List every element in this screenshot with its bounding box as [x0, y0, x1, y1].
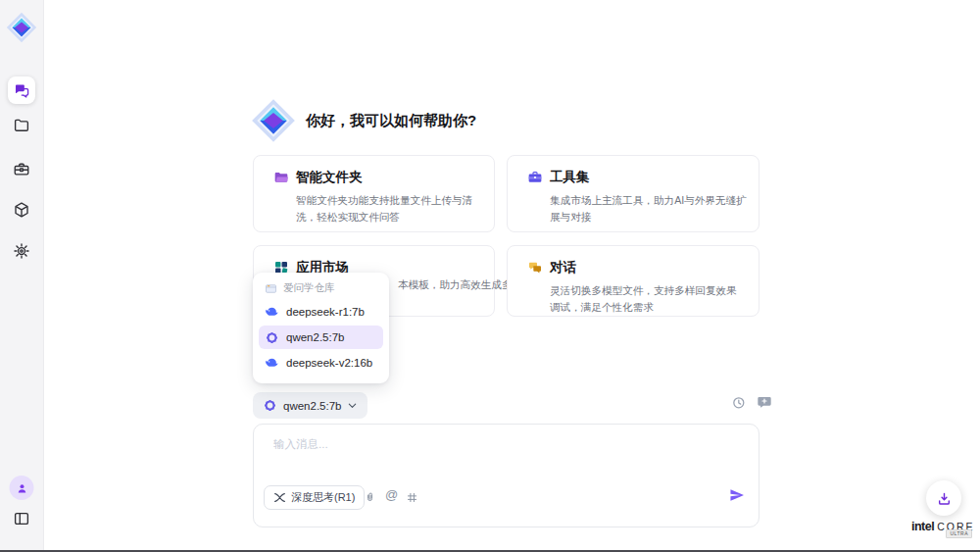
- chevron-down-icon: [347, 400, 358, 411]
- model-selector-label: qwen2.5:7b: [283, 400, 341, 412]
- model-group-header: 爱问学仓库: [259, 278, 383, 298]
- sidebar: [0, 0, 44, 552]
- greeting-text: 你好，我可以如何帮助你?: [306, 112, 476, 130]
- hash-grid-icon: [406, 491, 418, 504]
- card-description-partial: 本模板，助力高效生成多: [398, 278, 513, 292]
- deep-think-toggle[interactable]: 深度思考(R1): [264, 485, 365, 510]
- briefcase-icon: [13, 161, 30, 178]
- deep-think-label: 深度思考(R1): [291, 490, 355, 505]
- model-selector-button[interactable]: qwen2.5:7b: [253, 392, 368, 419]
- card-conversation[interactable]: 对话 灵活切换多模型文件，支持多样回复效果调试，满足个性化需求: [507, 245, 760, 317]
- deepseek-icon: [265, 356, 279, 371]
- download-icon: [936, 490, 953, 507]
- sidebar-toggle[interactable]: [13, 510, 30, 527]
- repo-icon: [265, 282, 277, 295]
- attach-button[interactable]: [364, 491, 376, 504]
- qwen-icon: [263, 398, 277, 413]
- sidebar-item-folders[interactable]: [13, 117, 30, 134]
- model-dropdown: 爱问学仓库 deepseek-r1:7b qwen2.5:7b: [253, 273, 389, 383]
- assistant-logo-icon: [251, 98, 296, 143]
- card-description: 灵活切换多模型文件，支持多样回复效果调试，满足个性化需求: [550, 282, 747, 316]
- card-description: 智能文件夹功能支持批量文件上传与清洗，轻松实现文件问答: [296, 192, 482, 226]
- panel-toggle-icon: [13, 510, 30, 527]
- user-avatar[interactable]: [10, 476, 34, 500]
- history-button[interactable]: [731, 395, 746, 410]
- toolbox-icon: [527, 170, 543, 185]
- intel-core-badge: intelcore ULTRA: [911, 517, 972, 534]
- sidebar-item-chat[interactable]: [8, 76, 35, 104]
- sidebar-item-toolbox[interactable]: [13, 161, 30, 178]
- folder-purple-icon: [273, 170, 289, 185]
- paperclip-icon: [364, 491, 376, 504]
- chat-icon: [14, 82, 30, 99]
- card-description: 集成市场上主流工具，助力AI与外界无缝扩展与对接: [550, 192, 747, 226]
- qwen-icon: [265, 330, 279, 345]
- model-option-label: deepseek-r1:7b: [286, 306, 365, 318]
- card-title: 对话: [550, 259, 576, 276]
- card-smart-folder[interactable]: 智能文件夹 智能文件夹功能支持批量文件上传与清洗，轻松实现文件问答: [253, 155, 495, 232]
- mention-button[interactable]: @: [385, 487, 398, 502]
- card-title: 工具集: [550, 169, 590, 186]
- history-icon: [731, 395, 746, 410]
- person-icon: [15, 481, 28, 495]
- message-input[interactable]: [273, 437, 734, 478]
- prompt-grid-button[interactable]: [406, 491, 418, 504]
- new-chat-button[interactable]: [757, 394, 772, 410]
- chat-plus-icon: [757, 394, 772, 410]
- send-icon: [729, 487, 745, 503]
- model-option-qwen[interactable]: qwen2.5:7b: [259, 326, 383, 349]
- cube-icon: [13, 201, 30, 219]
- card-toolset[interactable]: 工具集 集成市场上主流工具，助力AI与外界无缝扩展与对接: [507, 155, 760, 232]
- download-button[interactable]: [926, 480, 961, 516]
- app-logo-icon: [6, 12, 37, 43]
- deepseek-icon: [265, 305, 279, 320]
- app-window: 你好，我可以如何帮助你? 智能文件夹 智能文件夹功能支持批量文件上传与清洗，轻松…: [0, 0, 980, 552]
- ultra-badge: ULTRA: [946, 529, 972, 538]
- send-button[interactable]: [729, 487, 745, 503]
- sidebar-item-settings[interactable]: [13, 242, 30, 260]
- intel-logo-text: intel: [911, 520, 934, 533]
- message-composer: 深度思考(R1) @: [253, 424, 760, 527]
- deep-think-icon: [273, 492, 286, 503]
- chat-gold-icon: [527, 260, 543, 276]
- sidebar-item-models[interactable]: [13, 201, 30, 219]
- model-option-label: deepseek-v2:16b: [286, 357, 372, 369]
- gear-icon: [13, 242, 30, 260]
- model-option-label: qwen2.5:7b: [286, 331, 344, 343]
- model-option-deepseek-v2[interactable]: deepseek-v2:16b: [259, 351, 383, 375]
- folder-icon: [13, 117, 30, 134]
- model-group-label: 爱问学仓库: [283, 281, 335, 295]
- model-option-deepseek-r1[interactable]: deepseek-r1:7b: [259, 300, 383, 324]
- at-icon: @: [385, 487, 398, 502]
- card-title: 智能文件夹: [296, 169, 363, 186]
